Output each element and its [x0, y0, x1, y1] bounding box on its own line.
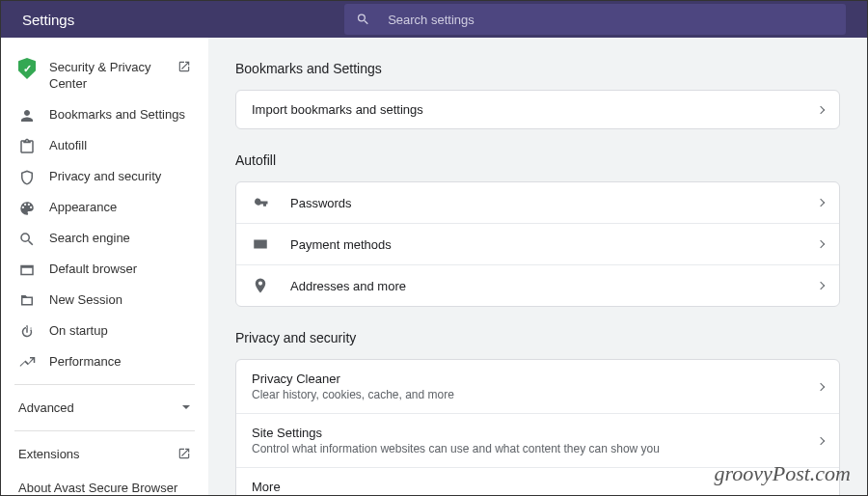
chevron-right-icon	[817, 382, 825, 390]
sidebar-item-label: Bookmarks and Settings	[49, 107, 191, 124]
header: Settings	[1, 1, 867, 38]
sidebar-item-label: Search engine	[49, 231, 191, 247]
section-title-privacy: Privacy and security	[235, 330, 840, 345]
shield-icon	[18, 169, 36, 186]
row-privacy-cleaner[interactable]: Privacy Cleaner Clear history, cookies, …	[236, 360, 839, 413]
row-site-settings[interactable]: Site Settings Control what information w…	[236, 413, 839, 467]
sidebar-item-label: On startup	[49, 323, 191, 340]
search-icon	[18, 231, 36, 248]
row-title: Site Settings	[252, 426, 818, 440]
sidebar-item-bookmarks-settings[interactable]: Bookmarks and Settings	[1, 100, 208, 131]
sidebar-item-autofill[interactable]: Autofill	[1, 131, 208, 162]
sidebar-item-label: Performance	[49, 354, 191, 371]
trend-icon	[18, 354, 36, 372]
chevron-right-icon	[817, 105, 825, 113]
row-passwords[interactable]: Passwords	[236, 182, 839, 223]
card-autofill: Passwords Payment methods Addresses and …	[235, 181, 840, 307]
pin-icon	[252, 277, 269, 294]
key-icon	[252, 194, 269, 211]
row-import-bookmarks[interactable]: Import bookmarks and settings	[236, 91, 839, 128]
sidebar-item-new-session[interactable]: New Session	[1, 286, 208, 317]
chevron-down-icon	[181, 402, 191, 412]
card-bookmarks: Import bookmarks and settings	[235, 90, 840, 129]
card-privacy: Privacy Cleaner Clear history, cookies, …	[235, 359, 840, 495]
browser-icon	[18, 262, 36, 279]
palette-icon	[18, 200, 36, 217]
search-box[interactable]	[344, 4, 846, 35]
person-icon	[18, 107, 36, 124]
sidebar-item-label: New Session	[49, 292, 191, 309]
page-title: Settings	[22, 12, 74, 28]
about-label: About Avast Secure Browser	[18, 481, 177, 495]
search-input[interactable]	[388, 13, 834, 27]
clipboard-icon	[18, 138, 36, 155]
divider	[14, 430, 195, 431]
sidebar-item-label: Security & Privacy Center	[49, 60, 177, 93]
sidebar-item-privacy-security[interactable]: Privacy and security	[1, 162, 208, 193]
sidebar-item-label: Default browser	[49, 262, 191, 278]
sidebar-item-performance[interactable]: Performance	[1, 347, 208, 378]
sidebar-item-label: Privacy and security	[49, 169, 191, 185]
row-payment-methods[interactable]: Payment methods	[236, 223, 839, 264]
sidebar-item-about[interactable]: About Avast Secure Browser	[1, 471, 208, 496]
sidebar-item-appearance[interactable]: Appearance	[1, 193, 208, 224]
main-content: Bookmarks and Settings Import bookmarks …	[208, 38, 867, 495]
row-title: More	[252, 480, 824, 494]
row-subtitle: Control what information websites can us…	[252, 442, 818, 455]
row-title: Privacy Cleaner	[252, 372, 818, 386]
row-title: Import bookmarks and settings	[252, 102, 818, 117]
external-link-icon	[177, 60, 191, 73]
power-icon	[18, 323, 36, 341]
folder-icon	[18, 292, 36, 310]
search-icon	[356, 12, 370, 27]
row-subtitle: Clear history, cookies, cache, and more	[252, 388, 818, 401]
row-title: Payment methods	[290, 237, 818, 252]
sidebar: Security & Privacy Center Bookmarks and …	[1, 38, 208, 495]
sidebar-item-search-engine[interactable]: Search engine	[1, 224, 208, 255]
sidebar-item-extensions[interactable]: Extensions	[1, 437, 208, 471]
chevron-right-icon	[817, 199, 825, 207]
external-link-icon	[177, 447, 191, 460]
chevron-right-icon	[817, 436, 825, 444]
sidebar-item-on-startup[interactable]: On startup	[1, 317, 208, 347]
section-title-autofill: Autofill	[235, 152, 840, 168]
divider	[14, 384, 195, 385]
sidebar-item-default-browser[interactable]: Default browser	[1, 255, 208, 286]
row-title: Passwords	[290, 196, 818, 210]
row-title: Addresses and more	[290, 279, 818, 293]
sidebar-item-label: Autofill	[49, 138, 191, 154]
row-addresses[interactable]: Addresses and more	[236, 264, 839, 306]
card-icon	[252, 235, 269, 253]
advanced-label: Advanced	[18, 400, 74, 415]
row-more[interactable]: More	[236, 467, 839, 495]
section-title-bookmarks: Bookmarks and Settings	[235, 61, 840, 76]
advanced-toggle[interactable]: Advanced	[1, 391, 208, 425]
chevron-right-icon	[817, 240, 825, 248]
sidebar-item-label: Appearance	[49, 200, 191, 216]
sidebar-item-security-privacy-center[interactable]: Security & Privacy Center	[1, 52, 208, 100]
chevron-right-icon	[817, 282, 825, 289]
shield-check-icon	[18, 60, 36, 77]
extensions-label: Extensions	[18, 447, 80, 461]
